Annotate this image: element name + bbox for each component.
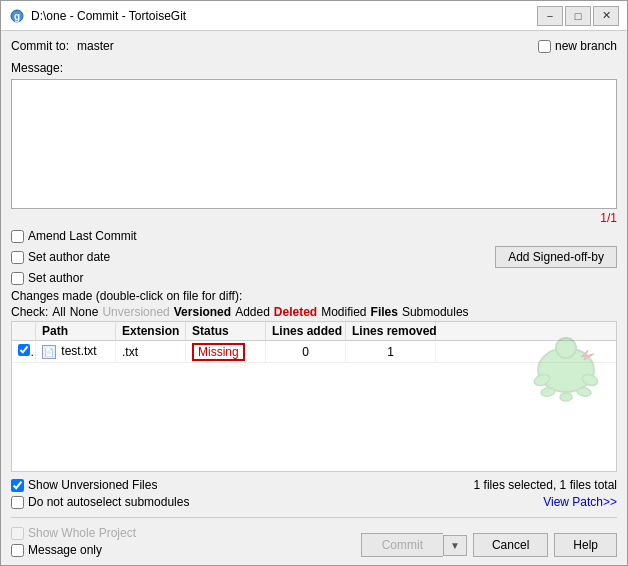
close-button[interactable]: ✕ [593,6,619,26]
file-table: Path Extension Status Lines added Lines … [11,321,617,472]
th-check [12,322,36,340]
filter-none[interactable]: None [70,305,99,319]
new-branch-checkbox[interactable] [538,40,551,53]
main-window: g D:\one - Commit - TortoiseGit − □ ✕ Co… [0,0,628,566]
filter-modified[interactable]: Modified [321,305,366,319]
amend-label: Amend Last Commit [28,229,137,243]
set-author-label: Set author [28,271,83,285]
message-only-checkbox[interactable] [11,544,24,557]
show-unversioned-row: Show Unversioned Files 1 files selected,… [11,478,617,492]
show-whole-project-label: Show Whole Project [28,526,136,540]
minimize-button[interactable]: − [537,6,563,26]
changes-section: Changes made (double-click on file for d… [11,289,617,472]
view-patch-link[interactable]: View Patch>> [543,495,617,509]
filter-versioned[interactable]: Versioned [174,305,231,319]
commit-to-label: Commit to: [11,39,69,53]
status-badge: Missing [192,343,245,361]
author-date-and-signed-row: Set author date Add Signed-off-by [11,246,617,268]
changes-title: Changes made (double-click on file for d… [11,289,617,303]
svg-text:g: g [14,11,20,22]
show-whole-project-row: Show Whole Project [11,526,136,540]
filter-files[interactable]: Files [371,305,398,319]
message-textarea[interactable] [11,79,617,209]
show-unversioned-checkbox[interactable] [11,479,24,492]
filter-deleted[interactable]: Deleted [274,305,317,319]
commit-dropdown-button[interactable]: ▼ [443,535,467,556]
message-label: Message: [11,61,617,75]
window-controls: − □ ✕ [537,6,619,26]
filter-row: Check: All None Unversioned Versioned Ad… [11,305,617,319]
svg-point-7 [576,387,591,397]
no-autoselect-check: Do not autoselect submodules [11,495,189,509]
file-icon: 📄 [42,345,56,359]
title-bar: g D:\one - Commit - TortoiseGit − □ ✕ [1,1,627,31]
filter-unversioned[interactable]: Unversioned [102,305,169,319]
bottom-full-row: Show Whole Project Message only Commit ▼… [11,526,617,557]
content-area: Commit to: master new branch Message: 1/… [1,31,627,565]
amend-row: Amend Last Commit [11,229,617,243]
commit-button[interactable]: Commit [361,533,443,557]
svg-point-3 [556,338,576,358]
commit-button-group: Commit ▼ [361,533,467,557]
message-only-label: Message only [28,543,102,557]
counter-value: 1/1 [600,211,617,225]
tortoise-watermark [526,332,606,402]
no-autoselect-label: Do not autoselect submodules [28,495,189,509]
left-bottom: Show Whole Project Message only [11,526,136,557]
cancel-button[interactable]: Cancel [473,533,548,557]
divider [11,517,617,518]
filter-submodules[interactable]: Submodules [402,305,469,319]
th-path: Path [36,322,116,340]
amend-checkbox[interactable] [11,230,24,243]
row-extension: .txt [116,343,186,361]
svg-point-6 [540,387,555,397]
show-unversioned-label: Show Unversioned Files [28,478,157,492]
show-unversioned-check: Show Unversioned Files [11,478,157,492]
set-author-row: Set author [11,271,617,285]
row-checkbox[interactable] [18,344,30,356]
checkboxes-section: Amend Last Commit Set author date Add Si… [11,229,617,285]
commit-to-row: Commit to: master new branch [11,39,617,53]
th-lines-added: Lines added [266,322,346,340]
filter-all[interactable]: All [52,305,65,319]
row-path: 📄 test.txt [36,342,116,361]
action-buttons: Commit ▼ Cancel Help [361,533,617,557]
th-extension: Extension [116,322,186,340]
autoselect-row: Do not autoselect submodules View Patch>… [11,495,617,509]
message-counter: 1/1 [11,211,617,225]
filter-added[interactable]: Added [235,305,270,319]
row-lines-added: 0 [266,343,346,361]
add-signed-button[interactable]: Add Signed-off-by [495,246,617,268]
svg-point-8 [560,393,572,401]
message-only-row: Message only [11,543,136,557]
author-date-label: Set author date [28,250,110,264]
new-branch-row: new branch [538,39,617,53]
th-lines-removed: Lines removed [346,322,436,340]
files-selected-info: 1 files selected, 1 files total [474,478,617,492]
th-status: Status [186,322,266,340]
author-date-checkbox[interactable] [11,251,24,264]
maximize-button[interactable]: □ [565,6,591,26]
no-autoselect-checkbox[interactable] [11,496,24,509]
bottom-options: Show Unversioned Files 1 files selected,… [11,478,617,509]
author-date-row: Set author date [11,250,110,264]
row-lines-removed: 1 [346,343,436,361]
new-branch-label: new branch [555,39,617,53]
branch-value: master [77,39,114,53]
help-button[interactable]: Help [554,533,617,557]
show-whole-project-checkbox[interactable] [11,527,24,540]
set-author-checkbox[interactable] [11,272,24,285]
check-label: Check: [11,305,48,319]
app-icon: g [9,8,25,24]
window-title: D:\one - Commit - TortoiseGit [31,9,537,23]
row-status: Missing [186,341,266,363]
row-check[interactable] [12,342,36,361]
